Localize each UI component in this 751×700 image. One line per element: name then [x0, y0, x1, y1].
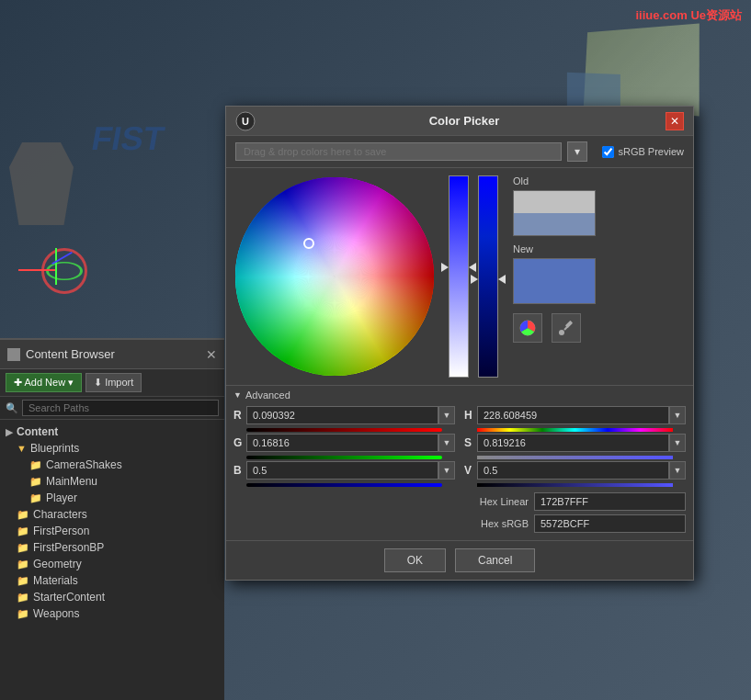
cp-r-row: R ▼ [233, 406, 455, 424]
cp-srgb-checkbox[interactable] [602, 146, 614, 158]
scene-decal: FIST [88, 119, 166, 158]
cp-buttons: OK Cancel [226, 540, 693, 580]
add-new-button[interactable]: ✚ Add New ▾ [6, 373, 82, 392]
cp-hex-linear-input[interactable] [534, 492, 686, 511]
tree-item-player[interactable]: 📁 Player [0, 490, 224, 506]
folder-icon: 📁 [29, 476, 42, 488]
cp-b-input[interactable] [246, 461, 438, 480]
cb-header: Content Browser ✕ [0, 340, 224, 369]
cp-color-wheel[interactable] [233, 175, 436, 378]
cp-advanced-section: ▼ Advanced R ▼ G ▼ [226, 385, 693, 540]
axis-x [18, 269, 55, 271]
cp-v-arrow[interactable]: ▼ [669, 461, 686, 480]
tree-item-firstperson[interactable]: 📁 FirstPerson [0, 523, 224, 539]
cp-s-track[interactable] [477, 456, 673, 459]
folder-icon: 📁 [17, 509, 29, 521]
cp-v-track[interactable] [477, 483, 673, 487]
cp-ok-button[interactable]: OK [384, 548, 446, 572]
gizmo-circle-y [46, 262, 83, 280]
cp-swatch-old [513, 190, 596, 236]
cp-b-row: B ▼ [233, 461, 455, 480]
cp-title: Color Picker [263, 114, 666, 128]
cp-hue-handle-left[interactable] [498, 275, 506, 284]
cb-title: Content Browser [26, 347, 115, 361]
cp-close-button[interactable]: ✕ [666, 112, 684, 130]
cp-srgb-check: sRGB Preview [602, 146, 684, 158]
cp-r-input[interactable] [246, 406, 438, 424]
cp-h-row: H ▼ [464, 406, 686, 424]
cp-saturation-slider[interactable] [449, 175, 469, 378]
cp-savedrop-input[interactable] [235, 142, 562, 161]
content-browser: Content Browser ✕ ✚ Add New ▾ ⬇ Import 🔍… [0, 338, 224, 700]
cp-g-row: G ▼ [233, 434, 455, 452]
cp-v-row: V ▼ [464, 461, 686, 480]
ue-logo-icon: U [235, 111, 256, 131]
import-button[interactable]: ⬇ Import [85, 373, 142, 392]
cp-titlebar: U Color Picker ✕ [226, 107, 693, 136]
cp-hex-srgb-input[interactable] [534, 514, 686, 533]
tree-item-firstpersonbp[interactable]: 📁 FirstPersonBP [0, 539, 224, 556]
svg-text:U: U [242, 116, 249, 127]
cp-rgb-col: R ▼ G ▼ B ▼ [233, 406, 455, 536]
cb-toolbar: ✚ Add New ▾ ⬇ Import [0, 369, 224, 397]
tree-item-startercontent[interactable]: 📁 StarterContent [0, 589, 224, 605]
folder-icon: 📁 [17, 575, 29, 587]
cp-main: Old New [226, 168, 693, 385]
cp-g-input[interactable] [246, 434, 438, 452]
cp-cancel-button[interactable]: Cancel [455, 548, 535, 572]
folder-icon: 📁 [29, 492, 42, 504]
swatch-old-top [514, 191, 595, 213]
axis-y [55, 248, 57, 285]
folder-icon: ▶ [6, 426, 13, 438]
cp-swatches: Old New [513, 175, 686, 378]
cp-b-arrow[interactable]: ▼ [438, 461, 455, 480]
cp-savedrop-row: ▾ sRGB Preview [226, 136, 693, 168]
folder-icon: 📁 [17, 525, 29, 537]
swatch-old-bottom [514, 213, 595, 235]
new-label: New [513, 243, 686, 254]
tree-item-characters[interactable]: 📁 Characters [0, 506, 224, 523]
cp-s-arrow[interactable]: ▼ [669, 434, 686, 452]
cp-hue-handle-right[interactable] [471, 275, 478, 284]
cp-advanced-label: ▼ Advanced [233, 390, 686, 401]
scene-robot [9, 142, 74, 225]
cp-icon-row [513, 313, 686, 343]
old-label: Old [513, 175, 686, 186]
cp-hue-slider[interactable] [478, 175, 498, 378]
cp-b-track[interactable] [246, 483, 442, 487]
cp-h-input[interactable] [477, 406, 669, 424]
cp-hex-srgb-row: Hex sRGB [464, 514, 686, 533]
cp-sat-handle-left[interactable] [469, 263, 476, 272]
tree-item-content[interactable]: ▶ Content [0, 423, 224, 440]
folder-icon: 📁 [29, 459, 42, 471]
cp-sat-handle-right[interactable] [441, 263, 449, 272]
tree-item-mainmenu[interactable]: 📁 MainMenu [0, 473, 224, 490]
svg-line-6 [564, 326, 568, 330]
cp-hex-linear-row: Hex Linear [464, 492, 686, 511]
cp-color-swatch-button[interactable] [513, 313, 542, 343]
color-picker-dialog: U Color Picker ✕ ▾ sRGB Preview [225, 106, 694, 581]
cp-r-track[interactable] [246, 428, 442, 432]
tree-item-camerashakes[interactable]: 📁 CameraShakes [0, 457, 224, 473]
cp-wheel-container[interactable] [233, 175, 436, 378]
cp-s-input[interactable] [477, 434, 669, 452]
tree-item-geometry[interactable]: 📁 Geometry [0, 556, 224, 572]
cp-g-arrow[interactable]: ▼ [438, 434, 455, 452]
cp-sliders-area [449, 175, 498, 378]
cp-hsv-col: H ▼ S ▼ V ▼ [464, 406, 686, 536]
cp-eyedropper-button[interactable] [552, 313, 581, 343]
cp-r-arrow[interactable]: ▼ [438, 406, 455, 424]
cp-v-input[interactable] [477, 461, 669, 480]
cb-header-icon [7, 348, 20, 361]
cb-close-button[interactable]: ✕ [206, 347, 217, 362]
cp-h-arrow[interactable]: ▼ [669, 406, 686, 424]
cp-savedrop-arrow[interactable]: ▾ [567, 141, 587, 162]
search-input[interactable] [22, 400, 219, 416]
tree-item-weapons[interactable]: 📁 Weapons [0, 605, 224, 622]
folder-icon: 📁 [17, 592, 29, 604]
cp-swatch-new [513, 258, 596, 304]
cp-g-track[interactable] [246, 456, 442, 459]
cp-h-track[interactable] [477, 428, 673, 432]
tree-item-materials[interactable]: 📁 Materials [0, 572, 224, 589]
tree-item-blueprints[interactable]: ▼ Blueprints [0, 440, 224, 457]
